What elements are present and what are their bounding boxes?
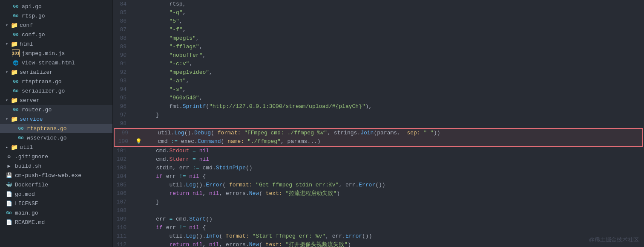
code-line-89: 89 "-fflags", <box>113 43 644 51</box>
sidebar-item-html[interactable]: 📁 html <box>0 39 112 49</box>
line-content: rtsp, <box>141 0 644 9</box>
line-content: cmd.Stderr = nil <box>141 155 644 164</box>
line-content: return nil, nil, errors.New( text: "拉流进程… <box>141 189 644 198</box>
line-content: err = cmd.Start() <box>141 215 644 224</box>
code-line-85: 85 "-q", <box>113 9 644 17</box>
watermark: @稀土掘金技术社区 <box>589 236 639 244</box>
folder-icon: 📁 <box>10 143 18 151</box>
line-number: 99 <box>115 129 134 137</box>
sidebar-item-server[interactable]: 📁 server <box>0 96 112 105</box>
code-line-100: 100 💡 cmd := exec.Command( name: "./ffmp… <box>115 137 642 146</box>
sh-file-icon: ▶ <box>5 162 13 170</box>
sidebar-item-label: main.go <box>15 210 38 216</box>
sidebar-item-label: html <box>20 41 33 47</box>
line-gutter <box>132 119 141 128</box>
line-number: 98 <box>113 119 132 128</box>
code-line-95: 95 "960x540", <box>113 94 644 102</box>
sidebar-item-wsservice-go[interactable]: Go wsservice.go <box>0 133 112 142</box>
sidebar-item-conf[interactable]: 📁 conf <box>0 20 112 30</box>
code-line-101: 101 cmd.Stdout = nil <box>113 147 644 155</box>
bulb-icon[interactable]: 💡 <box>135 137 142 146</box>
sidebar-item-rtsptrans-go[interactable]: Go rtsptrans.go <box>0 77 112 86</box>
line-content: "-q", <box>141 9 644 17</box>
sidebar-item-util[interactable]: 📁 util <box>0 142 112 152</box>
line-content: cmd := exec.Command( name: "./ffmpeg", p… <box>143 137 642 146</box>
sidebar-item-label: jsmpeg.min.js <box>22 50 65 57</box>
sidebar-item-service[interactable]: 📁 service <box>0 114 112 124</box>
line-gutter <box>132 17 141 26</box>
folder-arrow-icon <box>3 116 10 122</box>
line-number: 86 <box>113 17 132 26</box>
go-file-icon: Go <box>17 134 25 142</box>
line-number: 101 <box>113 147 132 155</box>
sidebar-item-rtsp-go[interactable]: Go rtsp.go <box>0 11 112 20</box>
line-number: 89 <box>113 43 132 51</box>
line-number: 112 <box>113 241 132 247</box>
sidebar-item-router-go[interactable]: Go router.go <box>0 105 112 114</box>
sidebar-item-dockerfile[interactable]: 🐳 Dockerfile <box>0 180 112 189</box>
sidebar-item-license[interactable]: 📄 LICENSE <box>0 199 112 208</box>
line-content: util.Log().Error( format: "Get ffmpeg st… <box>141 181 644 189</box>
line-gutter <box>132 241 141 247</box>
line-number: 92 <box>113 68 132 77</box>
exe-file-icon: 💾 <box>5 171 13 179</box>
sidebar-item-rtsptrans-service[interactable]: Go rtsptrans.go <box>0 124 112 133</box>
file-tree[interactable]: Go api.go Go rtsp.go 📁 conf Go conf.go 📁… <box>0 0 113 247</box>
sidebar-item-label: README.md <box>15 219 45 226</box>
line-number: 105 <box>113 181 132 189</box>
sidebar-item-api-go[interactable]: Go api.go <box>0 2 112 11</box>
line-number: 100 <box>115 137 134 146</box>
sidebar-item-label: serializer <box>20 69 53 76</box>
code-line-109: 109 err = cmd.Start() <box>113 215 644 224</box>
line-content: "5", <box>141 17 644 26</box>
sidebar-item-serializer[interactable]: 📁 serializer <box>0 67 112 77</box>
line-content: util.Log().Debug( format: "FFmpeg cmd: .… <box>143 129 642 137</box>
sidebar-item-label: .gitignore <box>15 154 48 160</box>
sidebar-item-jsmpeg[interactable]: 101 jsmpeg.min.js <box>0 49 112 58</box>
line-gutter <box>132 34 141 43</box>
line-content: "nobuffer", <box>141 51 644 60</box>
folder-icon: 📁 <box>10 96 18 104</box>
code-line-104: 104 if err != nil { <box>113 172 644 181</box>
line-number: 93 <box>113 77 132 85</box>
html-file-icon: 🌐 <box>12 59 20 67</box>
code-area[interactable]: 84 rtsp, 85 "-q", 86 "5", 87 "-f", <box>113 0 644 247</box>
line-content: "mpegts", <box>141 34 644 43</box>
sidebar-item-label: conf.go <box>22 32 45 38</box>
sidebar-item-conf-go[interactable]: Go conf.go <box>0 30 112 39</box>
line-content: fmt.Sprintf("http://127.0.0.1:3000/strea… <box>141 102 644 111</box>
folder-arrow-icon <box>3 22 10 29</box>
code-line-92: 92 "mpeg1video", <box>113 68 644 77</box>
go-file-icon: Go <box>12 78 20 85</box>
docker-file-icon: 🐳 <box>5 181 13 189</box>
sidebar-item-readme[interactable]: 📄 README.md <box>0 218 112 227</box>
sidebar-item-build-sh[interactable]: ▶ build.sh <box>0 161 112 171</box>
line-number: 95 <box>113 94 132 102</box>
line-content: cmd.Stdout = nil <box>141 147 644 155</box>
line-content: "mpeg1video", <box>141 68 644 77</box>
line-content: "960x540", <box>141 94 644 102</box>
folder-icon: 📁 <box>10 21 18 29</box>
code-line-84: 84 rtsp, <box>113 0 644 9</box>
line-number: 109 <box>113 215 132 224</box>
sidebar-item-label: build.sh <box>15 163 41 169</box>
folder-arrow-icon <box>3 69 10 76</box>
folder-icon: 📁 <box>10 115 18 123</box>
sidebar-item-serializer-go[interactable]: Go serializer.go <box>0 86 112 96</box>
line-number: 103 <box>113 164 132 172</box>
sidebar-item-go-mod[interactable]: 📄 go.mod <box>0 189 112 199</box>
code-line-102: 102 cmd.Stderr = nil <box>113 155 644 164</box>
line-content: util.Log().Info( format: "Start ffmpeg e… <box>141 232 644 241</box>
line-content: "-s", <box>141 85 644 94</box>
line-gutter <box>132 198 141 206</box>
line-content: return nil, nil, errors.New( text: "打开摄像… <box>141 241 644 247</box>
sidebar-item-label: view-stream.html <box>22 60 75 66</box>
sidebar-item-label: conf <box>20 22 33 29</box>
line-number: 97 <box>113 111 132 119</box>
code-line-96: 96 fmt.Sprintf("http://127.0.0.1:3000/st… <box>113 102 644 111</box>
sidebar-item-view-stream[interactable]: 🌐 view-stream.html <box>0 58 112 67</box>
sidebar-item-gitignore[interactable]: ⚙ .gitignore <box>0 152 112 161</box>
git-file-icon: ⚙ <box>5 153 13 160</box>
sidebar-item-cm-push[interactable]: 💾 cm-push-flow-web.exe <box>0 171 112 180</box>
sidebar-item-main-go[interactable]: Go main.go <box>0 208 112 218</box>
